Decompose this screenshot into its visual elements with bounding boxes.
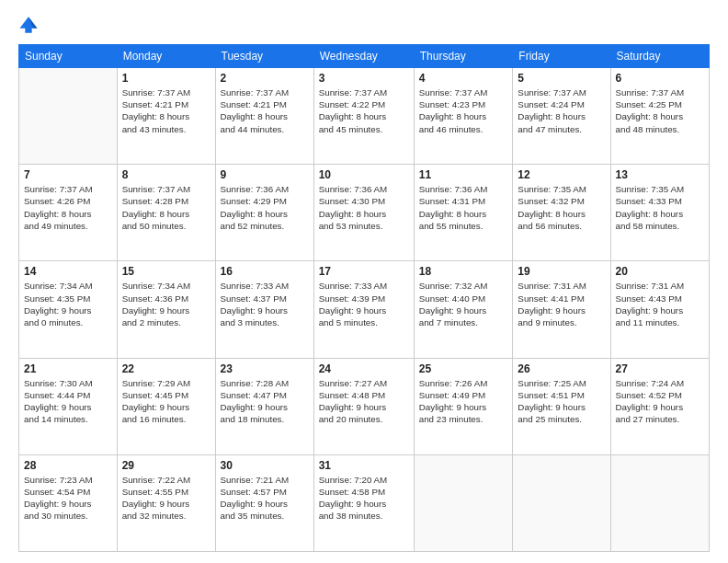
day-number: 8 bbox=[122, 168, 210, 181]
day-number: 28 bbox=[24, 459, 112, 472]
day-number: 11 bbox=[419, 168, 508, 181]
day-info: Sunrise: 7:22 AM Sunset: 4:55 PM Dayligh… bbox=[122, 474, 210, 523]
calendar-cell: 31Sunrise: 7:20 AM Sunset: 4:58 PM Dayli… bbox=[313, 454, 414, 551]
calendar-cell: 4Sunrise: 7:37 AM Sunset: 4:23 PM Daylig… bbox=[414, 68, 513, 165]
calendar-cell bbox=[513, 454, 610, 551]
day-number: 13 bbox=[616, 168, 704, 181]
day-number: 9 bbox=[221, 168, 309, 181]
calendar-cell: 18Sunrise: 7:32 AM Sunset: 4:40 PM Dayli… bbox=[414, 261, 513, 358]
day-info: Sunrise: 7:24 AM Sunset: 4:52 PM Dayligh… bbox=[616, 377, 704, 426]
day-number: 20 bbox=[616, 265, 704, 278]
week-row-2: 7Sunrise: 7:37 AM Sunset: 4:26 PM Daylig… bbox=[19, 165, 710, 261]
day-info: Sunrise: 7:29 AM Sunset: 4:45 PM Dayligh… bbox=[122, 377, 210, 426]
day-info: Sunrise: 7:35 AM Sunset: 4:32 PM Dayligh… bbox=[518, 183, 605, 232]
week-row-4: 21Sunrise: 7:30 AM Sunset: 4:44 PM Dayli… bbox=[19, 358, 710, 454]
day-header-thursday: Thursday bbox=[414, 45, 513, 68]
calendar-cell: 20Sunrise: 7:31 AM Sunset: 4:43 PM Dayli… bbox=[610, 261, 709, 358]
day-info: Sunrise: 7:23 AM Sunset: 4:54 PM Dayligh… bbox=[24, 474, 112, 523]
calendar-cell: 25Sunrise: 7:26 AM Sunset: 4:49 PM Dayli… bbox=[414, 358, 513, 454]
calendar-cell bbox=[414, 454, 513, 551]
day-number: 17 bbox=[319, 265, 409, 278]
calendar-cell bbox=[610, 454, 709, 551]
logo bbox=[18, 15, 42, 35]
day-number: 19 bbox=[518, 265, 605, 278]
day-header-wednesday: Wednesday bbox=[313, 45, 414, 68]
day-info: Sunrise: 7:20 AM Sunset: 4:58 PM Dayligh… bbox=[319, 474, 409, 523]
calendar-cell: 17Sunrise: 7:33 AM Sunset: 4:39 PM Dayli… bbox=[313, 261, 414, 358]
day-info: Sunrise: 7:27 AM Sunset: 4:48 PM Dayligh… bbox=[319, 377, 409, 426]
calendar-cell: 26Sunrise: 7:25 AM Sunset: 4:51 PM Dayli… bbox=[513, 358, 610, 454]
day-number: 21 bbox=[24, 362, 112, 375]
calendar-cell: 10Sunrise: 7:36 AM Sunset: 4:30 PM Dayli… bbox=[313, 165, 414, 261]
calendar-cell: 12Sunrise: 7:35 AM Sunset: 4:32 PM Dayli… bbox=[513, 165, 610, 261]
day-info: Sunrise: 7:37 AM Sunset: 4:21 PM Dayligh… bbox=[221, 86, 309, 135]
day-info: Sunrise: 7:25 AM Sunset: 4:51 PM Dayligh… bbox=[518, 377, 605, 426]
day-number: 31 bbox=[319, 459, 409, 472]
calendar-cell: 23Sunrise: 7:28 AM Sunset: 4:47 PM Dayli… bbox=[215, 358, 313, 454]
day-number: 12 bbox=[518, 168, 605, 181]
day-info: Sunrise: 7:32 AM Sunset: 4:40 PM Dayligh… bbox=[419, 280, 508, 328]
week-row-1: 1Sunrise: 7:37 AM Sunset: 4:21 PM Daylig… bbox=[19, 68, 710, 165]
calendar-cell: 27Sunrise: 7:24 AM Sunset: 4:52 PM Dayli… bbox=[610, 358, 709, 454]
day-info: Sunrise: 7:26 AM Sunset: 4:49 PM Dayligh… bbox=[419, 377, 508, 426]
day-number: 23 bbox=[221, 362, 309, 375]
day-info: Sunrise: 7:36 AM Sunset: 4:31 PM Dayligh… bbox=[419, 183, 508, 232]
day-number: 6 bbox=[616, 72, 704, 85]
day-number: 29 bbox=[122, 459, 210, 472]
calendar-cell: 9Sunrise: 7:36 AM Sunset: 4:29 PM Daylig… bbox=[215, 165, 313, 261]
week-row-3: 14Sunrise: 7:34 AM Sunset: 4:35 PM Dayli… bbox=[19, 261, 710, 358]
day-number: 2 bbox=[221, 72, 309, 85]
day-info: Sunrise: 7:36 AM Sunset: 4:29 PM Dayligh… bbox=[221, 183, 309, 232]
calendar-cell: 2Sunrise: 7:37 AM Sunset: 4:21 PM Daylig… bbox=[215, 68, 313, 165]
calendar-cell: 3Sunrise: 7:37 AM Sunset: 4:22 PM Daylig… bbox=[313, 68, 414, 165]
day-number: 24 bbox=[319, 362, 409, 375]
day-info: Sunrise: 7:21 AM Sunset: 4:57 PM Dayligh… bbox=[221, 474, 309, 523]
calendar-cell: 24Sunrise: 7:27 AM Sunset: 4:48 PM Dayli… bbox=[313, 358, 414, 454]
calendar-cell: 14Sunrise: 7:34 AM Sunset: 4:35 PM Dayli… bbox=[19, 261, 118, 358]
calendar-table: SundayMondayTuesdayWednesdayThursdayFrid… bbox=[18, 44, 710, 552]
day-header-friday: Friday bbox=[513, 45, 610, 68]
day-info: Sunrise: 7:37 AM Sunset: 4:22 PM Dayligh… bbox=[319, 86, 409, 135]
page: SundayMondayTuesdayWednesdayThursdayFrid… bbox=[0, 0, 728, 563]
calendar-cell: 7Sunrise: 7:37 AM Sunset: 4:26 PM Daylig… bbox=[19, 165, 118, 261]
day-info: Sunrise: 7:33 AM Sunset: 4:37 PM Dayligh… bbox=[221, 280, 309, 328]
day-info: Sunrise: 7:37 AM Sunset: 4:26 PM Dayligh… bbox=[24, 183, 112, 232]
day-info: Sunrise: 7:37 AM Sunset: 4:24 PM Dayligh… bbox=[518, 86, 605, 135]
calendar-cell: 13Sunrise: 7:35 AM Sunset: 4:33 PM Dayli… bbox=[610, 165, 709, 261]
day-info: Sunrise: 7:34 AM Sunset: 4:36 PM Dayligh… bbox=[122, 280, 210, 328]
header bbox=[18, 15, 710, 35]
day-info: Sunrise: 7:37 AM Sunset: 4:28 PM Dayligh… bbox=[122, 183, 210, 232]
day-info: Sunrise: 7:37 AM Sunset: 4:21 PM Dayligh… bbox=[122, 86, 210, 135]
day-number: 30 bbox=[221, 459, 309, 472]
calendar-cell: 22Sunrise: 7:29 AM Sunset: 4:45 PM Dayli… bbox=[117, 358, 215, 454]
day-number: 3 bbox=[319, 72, 409, 85]
day-number: 4 bbox=[419, 72, 508, 85]
day-number: 26 bbox=[518, 362, 605, 375]
calendar-cell bbox=[19, 68, 118, 165]
day-info: Sunrise: 7:36 AM Sunset: 4:30 PM Dayligh… bbox=[319, 183, 409, 232]
calendar-cell: 6Sunrise: 7:37 AM Sunset: 4:25 PM Daylig… bbox=[610, 68, 709, 165]
calendar-cell: 30Sunrise: 7:21 AM Sunset: 4:57 PM Dayli… bbox=[215, 454, 313, 551]
calendar-cell: 29Sunrise: 7:22 AM Sunset: 4:55 PM Dayli… bbox=[117, 454, 215, 551]
day-number: 10 bbox=[319, 168, 409, 181]
day-info: Sunrise: 7:30 AM Sunset: 4:44 PM Dayligh… bbox=[24, 377, 112, 426]
day-info: Sunrise: 7:35 AM Sunset: 4:33 PM Dayligh… bbox=[616, 183, 704, 232]
day-number: 7 bbox=[24, 168, 112, 181]
day-info: Sunrise: 7:33 AM Sunset: 4:39 PM Dayligh… bbox=[319, 280, 409, 328]
week-row-5: 28Sunrise: 7:23 AM Sunset: 4:54 PM Dayli… bbox=[19, 454, 710, 551]
day-info: Sunrise: 7:31 AM Sunset: 4:43 PM Dayligh… bbox=[616, 280, 704, 328]
day-number: 1 bbox=[122, 72, 210, 85]
calendar-cell: 21Sunrise: 7:30 AM Sunset: 4:44 PM Dayli… bbox=[19, 358, 118, 454]
day-info: Sunrise: 7:37 AM Sunset: 4:23 PM Dayligh… bbox=[419, 86, 508, 135]
day-info: Sunrise: 7:28 AM Sunset: 4:47 PM Dayligh… bbox=[221, 377, 309, 426]
calendar-cell: 1Sunrise: 7:37 AM Sunset: 4:21 PM Daylig… bbox=[117, 68, 215, 165]
day-number: 27 bbox=[616, 362, 704, 375]
day-header-saturday: Saturday bbox=[610, 45, 709, 68]
calendar-cell: 15Sunrise: 7:34 AM Sunset: 4:36 PM Dayli… bbox=[117, 261, 215, 358]
logo-icon bbox=[18, 15, 39, 35]
day-number: 16 bbox=[221, 265, 309, 278]
day-info: Sunrise: 7:34 AM Sunset: 4:35 PM Dayligh… bbox=[24, 280, 112, 328]
day-number: 22 bbox=[122, 362, 210, 375]
day-info: Sunrise: 7:31 AM Sunset: 4:41 PM Dayligh… bbox=[518, 280, 605, 328]
calendar-cell: 19Sunrise: 7:31 AM Sunset: 4:41 PM Dayli… bbox=[513, 261, 610, 358]
